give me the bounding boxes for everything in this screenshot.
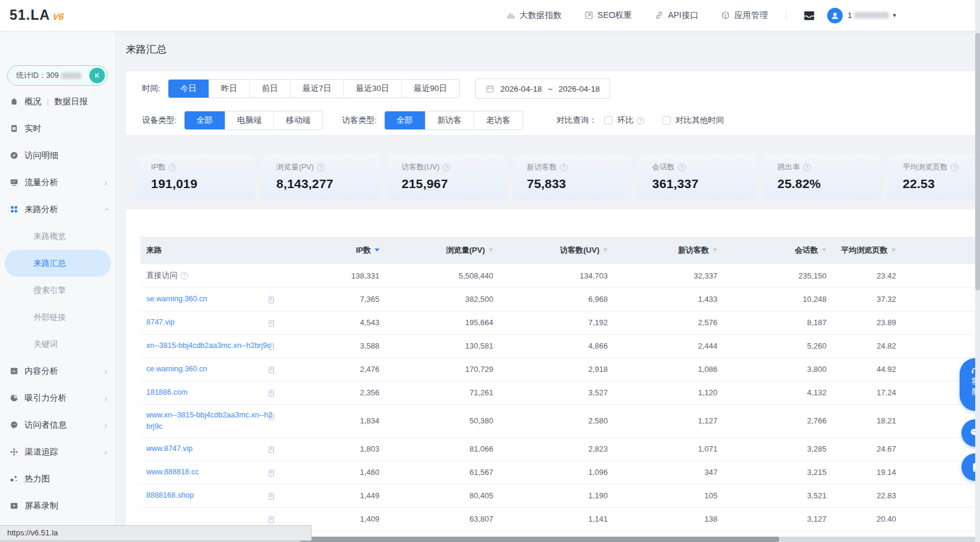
sidebar-item-extra-label[interactable]: 数据日报 <box>54 96 88 107</box>
referrer-link[interactable]: xn--3815-bbj4cdb2aa3mc.xn--h2brj9c <box>146 340 271 352</box>
top-nav-item-3[interactable]: API接口 <box>655 10 698 21</box>
sidebar-subitem-外部链接[interactable]: 外部链接 <box>5 304 111 331</box>
referrer-link[interactable]: 181886.com <box>146 387 188 398</box>
column-header-浏览量(PV)[interactable]: 浏览量(PV) <box>389 237 503 264</box>
chevron-down-icon[interactable]: ▾ <box>892 11 896 19</box>
table-row: ce.warning.360.cn2,476170,7292,9181,0863… <box>140 358 980 381</box>
column-header-IP数[interactable]: IP数 <box>320 237 389 264</box>
stat-card-value: 75,833 <box>527 177 631 191</box>
visitor-option-全部[interactable]: 全部 <box>385 111 425 129</box>
filler-cell <box>906 334 980 358</box>
sidebar-item-概况[interactable]: 概况|数据日报 <box>0 88 116 115</box>
attraction-analysis-icon <box>10 393 19 403</box>
copy-icon[interactable] <box>267 296 276 304</box>
chevron-right-icon: › <box>104 447 107 456</box>
date-range-picker[interactable]: 2026-04-18 ~ 2026-04-18 <box>475 78 610 99</box>
time-option-昨日[interactable]: 昨日 <box>209 80 249 98</box>
compare-option-对比其他时间[interactable]: 对比其他时间 <box>662 115 724 126</box>
filler-cell <box>906 287 980 311</box>
column-header-平均浏览页数[interactable]: 平均浏览页数 <box>836 237 906 264</box>
sidebar-item-label: 屏幕录制 <box>25 501 58 511</box>
stat-card-label: 跳出率? <box>777 162 882 172</box>
referrer-link[interactable]: www.8747.vip <box>146 443 192 455</box>
sort-desc-icon[interactable] <box>375 249 379 252</box>
time-option-最近30日[interactable]: 最近30日 <box>343 80 402 98</box>
column-header-访客数(UV)[interactable]: 访客数(UV) <box>503 237 617 264</box>
time-option-最近90日[interactable]: 最近90日 <box>401 80 459 98</box>
user-avatar[interactable] <box>827 8 843 23</box>
time-option-最近7日[interactable]: 最近7日 <box>290 80 343 98</box>
sidebar-item-流量分析[interactable]: 流量分析› <box>0 169 116 196</box>
vertical-scrollbar[interactable] <box>975 0 980 542</box>
sidebar-item-内容分析[interactable]: 内容分析› <box>0 358 116 384</box>
sidebar-subitem-来路概览[interactable]: 来路概览 <box>5 223 111 250</box>
sidebar-item-来路分析[interactable]: 来路分析› <box>0 196 116 223</box>
filler-cell <box>906 507 980 531</box>
referrer-link[interactable]: www.888818.cc <box>146 467 199 478</box>
sidebar-item-吸引力分析[interactable]: 吸引力分析› <box>0 384 116 411</box>
copy-icon[interactable] <box>267 446 276 454</box>
sidebar-item-访问者信息[interactable]: 访问者信息› <box>0 411 116 438</box>
main-content: 来路汇总 时间: 今日昨日前日最近7日最近30日最近90日 2026-04-18… <box>120 31 980 542</box>
sort-desc-icon[interactable] <box>603 249 608 252</box>
sidebar-item-渠道追踪[interactable]: 渠道追踪› <box>0 438 116 465</box>
referrer-link[interactable]: 8747.vip <box>146 317 174 328</box>
device-option-全部[interactable]: 全部 <box>185 111 225 129</box>
app-logo[interactable]: 51.LA V6 <box>10 7 116 23</box>
metric-cell: 195,664 <box>389 311 503 334</box>
sort-desc-icon[interactable] <box>713 249 717 252</box>
device-option-电脑端[interactable]: 电脑端 <box>225 111 274 129</box>
copy-icon[interactable] <box>267 413 276 421</box>
column-header-新访客数[interactable]: 新访客数 <box>617 237 727 264</box>
sidebar-subitem-label: 外部链接 <box>34 312 66 323</box>
copy-icon[interactable] <box>267 319 276 328</box>
sidebar-subitem-关键词[interactable]: 关键词 <box>5 331 111 358</box>
vertical-scrollbar-thumb[interactable] <box>975 33 980 290</box>
visitor-option-老访客[interactable]: 老访客 <box>474 111 523 129</box>
sidebar-scroll-rail[interactable] <box>116 31 120 542</box>
sidebar-item-label: 流量分析 <box>25 177 58 188</box>
sort-desc-icon[interactable] <box>891 249 896 252</box>
column-header-会话数[interactable]: 会话数 <box>727 237 836 264</box>
time-option-今日[interactable]: 今日 <box>168 80 209 98</box>
top-nav-item-1[interactable]: 大数据指数 <box>506 10 562 21</box>
collapse-sidebar-button[interactable] <box>89 68 105 83</box>
checkbox[interactable] <box>662 116 671 125</box>
copy-icon[interactable] <box>267 366 276 374</box>
referrer-link[interactable]: 8888168.shop <box>146 490 194 501</box>
referrer-link[interactable]: www.xn--3815-bbj4cdb2aa3mc.xn--h2brj9c <box>146 410 273 432</box>
sidebar-subitem-搜索引擎[interactable]: 搜索引擎 <box>5 277 111 304</box>
top-nav-item-4[interactable]: 应用管理 <box>721 10 768 21</box>
copy-icon[interactable] <box>267 343 276 351</box>
sidebar-item-访问明细[interactable]: 访问明细 <box>0 142 116 169</box>
horizontal-scrollbar-thumb[interactable] <box>300 537 779 542</box>
time-option-前日[interactable]: 前日 <box>249 80 290 98</box>
metric-cell: 24.82 <box>836 334 906 358</box>
sort-desc-icon[interactable] <box>489 249 493 252</box>
sidebar-item-label: 来路分析 <box>25 204 58 215</box>
username[interactable]: 1 <box>848 11 889 20</box>
copy-icon[interactable] <box>267 469 276 477</box>
copy-icon[interactable] <box>267 492 276 501</box>
sidebar-item-热力图[interactable]: 热力图 <box>0 465 116 492</box>
sidebar-item-实时[interactable]: 实时 <box>0 115 116 142</box>
browser-status-tooltip: https://v6.51.la <box>0 525 312 541</box>
device-option-移动端[interactable]: 移动端 <box>273 111 322 129</box>
top-nav-item-2[interactable]: SEO权重 <box>584 10 632 21</box>
sort-desc-icon[interactable] <box>822 249 827 252</box>
compare-option-环比[interactable]: 环比? <box>604 115 644 126</box>
compare-option-label: 环比 <box>617 115 634 126</box>
referrer-cell: 8888168.shop <box>140 484 320 507</box>
referrer-link[interactable]: ce.warning.360.cn <box>146 364 207 375</box>
chevron-right-icon: › <box>104 178 107 187</box>
copy-icon[interactable] <box>267 389 276 398</box>
copy-icon[interactable] <box>267 516 276 524</box>
sidebar-item-屏幕录制[interactable]: 屏幕录制 <box>0 492 116 519</box>
checkbox[interactable] <box>604 116 613 125</box>
sidebar-subitem-来路汇总[interactable]: 来路汇总 <box>5 250 111 277</box>
date-start: 2026-04-18 <box>500 84 542 93</box>
visitor-option-新访客[interactable]: 新访客 <box>425 111 474 129</box>
referrer-cell: 直接访问? <box>140 264 320 287</box>
referrer-link[interactable]: se.warning.360.cn <box>146 293 207 305</box>
inbox-icon[interactable] <box>803 10 815 22</box>
